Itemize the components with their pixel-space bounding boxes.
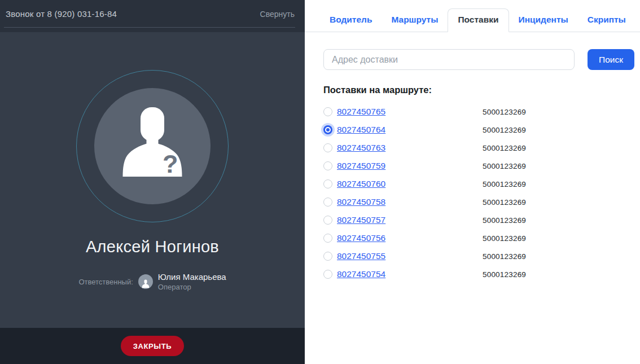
delivery-row: 8027450759 5000123269 [323,157,634,175]
delivery-row: 8027450758 5000123269 [323,193,634,211]
delivery-radio[interactable] [323,107,332,116]
delivery-link[interactable]: 8027450758 [337,197,385,207]
search-button[interactable]: Поиск [588,49,634,70]
delivery-row: 8027450764 5000123269 [323,121,634,139]
call-footer: ЗАКРЫТЬ [0,328,305,364]
close-call-button[interactable]: ЗАКРЫТЬ [121,336,184,356]
responsible-name: Юлия Макарьева [158,273,226,282]
delivery-radio[interactable] [323,270,332,279]
delivery-radio[interactable] [323,252,332,261]
delivery-link[interactable]: 8027450756 [337,233,385,243]
delivery-list: 8027450765 5000123269 8027450764 5000123… [323,103,634,283]
call-body: ? Алексей Ногинов Ответственный: [0,32,305,328]
delivery-radio[interactable] [323,143,332,152]
delivery-row: 8027450760 5000123269 [323,175,634,193]
delivery-link[interactable]: 8027450763 [337,143,385,152]
tab[interactable]: Инциденты [509,9,578,32]
tab[interactable]: Водитель [320,9,382,32]
call-panel: Звонок от 8 (920) 031-16-84 Свернуть ? [0,0,305,364]
order-number: 5000123269 [483,162,526,170]
tabs-bar: Водитель Маршруты Поставки Инциденты Скр… [305,0,640,32]
delivery-radio[interactable] [323,234,332,243]
responsible-row: Ответственный: Юлия Макарьева Оператор [78,273,226,291]
call-title: Звонок от 8 (920) 031-16-84 [6,9,117,19]
search-row: Поиск [323,49,634,70]
caller-avatar-ring: ? [76,70,229,222]
operator-avatar [138,274,153,289]
collapse-button[interactable]: Свернуть [260,10,295,19]
order-number: 5000123269 [483,180,526,188]
delivery-link[interactable]: 8027450765 [337,107,385,116]
details-panel: Водитель Маршруты Поставки Инциденты Скр… [305,0,640,364]
responsible-label: Ответственный: [78,278,133,286]
question-mark-glyph: ? [163,150,178,178]
delivery-row: 8027450763 5000123269 [323,139,634,157]
delivery-link[interactable]: 8027450757 [337,215,385,225]
tab[interactable]: Маршруты [382,9,448,32]
delivery-link[interactable]: 8027450759 [337,161,385,170]
delivery-link[interactable]: 8027450754 [337,269,385,279]
order-number: 5000123269 [483,144,526,152]
person-icon [141,279,151,289]
order-number: 5000123269 [483,252,526,261]
delivery-row: 8027450755 5000123269 [323,247,634,265]
tab[interactable]: Поставки [448,8,509,32]
order-number: 5000123269 [483,270,526,279]
order-number: 5000123269 [483,108,526,116]
order-number: 5000123269 [483,234,526,243]
deliveries-heading: Поставки на маршруте: [323,85,634,95]
order-number: 5000123269 [483,216,526,225]
delivery-radio[interactable] [323,216,332,225]
delivery-link[interactable]: 8027450760 [337,179,385,188]
delivery-row: 8027450765 5000123269 [323,103,634,121]
call-header: Звонок от 8 (920) 031-16-84 Свернуть [0,0,305,32]
delivery-radio[interactable] [323,198,332,207]
delivery-radio[interactable] [323,161,332,170]
order-number: 5000123269 [483,126,526,134]
delivery-row: 8027450754 5000123269 [323,265,634,283]
delivery-row: 8027450757 5000123269 [323,211,634,229]
caller-name: Алексей Ногинов [86,238,219,256]
delivery-link[interactable]: 8027450764 [337,125,385,134]
tab[interactable]: Скрипты [578,9,635,32]
tab-content: Поиск Поставки на маршруте: 8027450765 5… [305,32,640,283]
delivery-link[interactable]: 8027450755 [337,251,385,261]
responsible-role: Оператор [158,283,226,291]
delivery-radio[interactable] [323,125,332,134]
app-window: Звонок от 8 (920) 031-16-84 Свернуть ? [0,0,640,364]
delivery-radio[interactable] [323,179,332,188]
delivery-address-search-input[interactable] [323,49,575,70]
person-silhouette-question-mark-icon: ? [110,100,195,185]
caller-avatar: ? [94,88,211,204]
order-number: 5000123269 [483,198,526,207]
delivery-row: 8027450756 5000123269 [323,229,634,247]
